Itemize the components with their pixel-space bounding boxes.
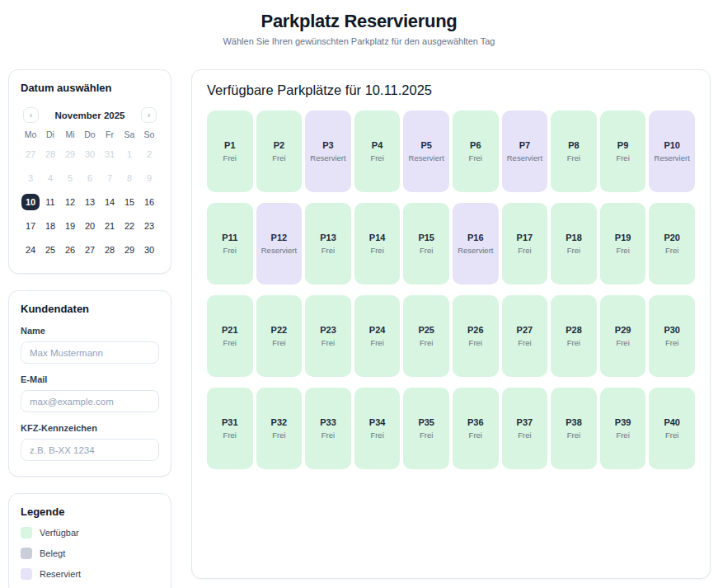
parking-spot-tile[interactable]: P25Frei bbox=[403, 295, 449, 377]
spot-id-label: P13 bbox=[320, 233, 336, 242]
calendar-day-cell[interactable]: 22 bbox=[120, 218, 139, 234]
calendar-day-cell[interactable]: 17 bbox=[21, 218, 40, 234]
parking-spot-tile[interactable]: P9Frei bbox=[600, 111, 646, 192]
calendar-day-cell: 6 bbox=[80, 170, 100, 186]
calendar-weekday-label: Fr bbox=[100, 129, 120, 139]
parking-spot-tile[interactable]: P33Frei bbox=[305, 388, 351, 469]
spot-status-label: Reserviert bbox=[655, 153, 690, 162]
parking-spot-tile[interactable]: P20Frei bbox=[649, 203, 695, 285]
calendar-day-cell[interactable]: 18 bbox=[40, 218, 60, 234]
parking-spot-tile[interactable]: P38Frei bbox=[551, 388, 597, 469]
calendar-day-cell[interactable]: 13 bbox=[80, 194, 100, 210]
spot-id-label: P12 bbox=[271, 233, 288, 242]
spot-status-label: Frei bbox=[469, 430, 482, 440]
parking-spot-tile[interactable]: P40Frei bbox=[649, 388, 695, 469]
calendar-day-cell[interactable]: 11 bbox=[40, 194, 60, 210]
parking-spot-tile[interactable]: P6Frei bbox=[453, 111, 499, 192]
parking-spot-tile[interactable]: P39Frei bbox=[600, 388, 646, 469]
parking-spot-tile[interactable]: P26Frei bbox=[453, 295, 499, 377]
parking-spot-tile[interactable]: P24Frei bbox=[354, 295, 401, 377]
parking-spot-tile[interactable]: P23Frei bbox=[305, 295, 351, 377]
legend-color-swatch bbox=[21, 527, 32, 539]
legend-item-label: Belegt bbox=[40, 548, 65, 558]
calendar-day-cell[interactable]: 16 bbox=[139, 194, 159, 210]
spot-id-label: P28 bbox=[565, 325, 582, 335]
calendar-day-cell: 31 bbox=[100, 146, 120, 162]
parking-spot-tile: P7Reserviert bbox=[502, 111, 548, 192]
calendar-weekday-label: Do bbox=[80, 129, 100, 139]
parking-spot-tile[interactable]: P18Frei bbox=[551, 203, 597, 285]
parking-spot-tile[interactable]: P2Frei bbox=[256, 111, 303, 192]
calendar-day-cell[interactable]: 29 bbox=[120, 242, 139, 258]
spot-id-label: P34 bbox=[369, 417, 386, 427]
calendar-day-cell: 28 bbox=[40, 146, 60, 162]
spot-status-label: Frei bbox=[370, 153, 383, 162]
calendar-day-cell: 27 bbox=[21, 146, 40, 162]
parking-spot-tile[interactable]: P35Frei bbox=[403, 388, 449, 469]
spot-status-label: Frei bbox=[469, 153, 482, 162]
calendar-day-cell[interactable]: 20 bbox=[80, 218, 100, 234]
calendar-day-cell[interactable]: 14 bbox=[100, 194, 120, 210]
parking-spot-tile[interactable]: P31Frei bbox=[207, 388, 253, 469]
calendar-day-cell[interactable]: 10 bbox=[21, 194, 40, 210]
spot-id-label: P5 bbox=[420, 140, 431, 150]
parking-spot-tile[interactable]: P27Frei bbox=[502, 295, 548, 377]
spot-status-label: Frei bbox=[567, 153, 580, 162]
parking-spot-tile[interactable]: P1Frei bbox=[207, 111, 253, 192]
calendar-month-label: November 2025 bbox=[54, 111, 124, 120]
parking-spot-tile[interactable]: P30Frei bbox=[649, 295, 695, 377]
calendar-day-cell[interactable]: 23 bbox=[139, 218, 159, 234]
legend-card-title: Legende bbox=[21, 506, 159, 518]
spot-status-label: Frei bbox=[420, 246, 433, 255]
calendar-weekday-label: Mi bbox=[60, 129, 80, 139]
date-picker-title: Datum auswählen bbox=[21, 82, 159, 94]
name-input[interactable] bbox=[21, 341, 159, 364]
calendar-day-cell: 4 bbox=[40, 170, 60, 186]
calendar-day-cell[interactable]: 19 bbox=[60, 218, 80, 234]
parking-spot-tile[interactable]: P21Frei bbox=[207, 295, 253, 377]
spot-status-label: Frei bbox=[665, 338, 678, 347]
calendar-day-cell[interactable]: 21 bbox=[100, 218, 120, 234]
legend-item-label: Reserviert bbox=[40, 569, 81, 579]
spot-status-label: Frei bbox=[567, 430, 580, 440]
parking-spot-tile[interactable]: P15Frei bbox=[403, 203, 449, 285]
calendar-day-cell[interactable]: 26 bbox=[60, 242, 80, 258]
parking-spot-tile[interactable]: P29Frei bbox=[600, 295, 646, 377]
parking-spot-tile[interactable]: P8Frei bbox=[551, 111, 597, 192]
parking-spot-tile[interactable]: P19Frei bbox=[600, 203, 646, 285]
parking-spot-tile: P16Reserviert bbox=[453, 203, 499, 285]
parking-spot-tile[interactable]: P32Frei bbox=[256, 388, 303, 469]
calendar-day-cell[interactable]: 28 bbox=[100, 242, 120, 258]
main-layout: Datum auswählen ‹ November 2025 › MoDiMi… bbox=[0, 69, 718, 588]
spot-id-label: P9 bbox=[617, 140, 628, 150]
calendar-day-cell[interactable]: 27 bbox=[80, 242, 100, 258]
parking-spot-tile[interactable]: P17Frei bbox=[502, 203, 548, 285]
spot-status-label: Frei bbox=[616, 153, 629, 162]
parking-spot-tile: P12Reserviert bbox=[256, 203, 303, 285]
spot-status-label: Reserviert bbox=[507, 153, 542, 162]
email-input[interactable] bbox=[21, 390, 159, 412]
calendar-day-cell[interactable]: 24 bbox=[21, 242, 40, 258]
parking-spot-tile[interactable]: P34Frei bbox=[354, 388, 401, 469]
calendar-weekday-label: Mo bbox=[21, 129, 40, 139]
spot-status-label: Frei bbox=[370, 246, 383, 255]
kfz-kennzeichen-input[interactable] bbox=[21, 439, 159, 461]
spot-id-label: P30 bbox=[664, 325, 680, 335]
parking-spot-tile[interactable]: P36Frei bbox=[453, 388, 499, 469]
spot-status-label: Reserviert bbox=[310, 153, 345, 162]
calendar-day-cell[interactable]: 12 bbox=[60, 194, 80, 210]
calendar-day-cell[interactable]: 30 bbox=[139, 242, 159, 258]
calendar-day-cell[interactable]: 25 bbox=[40, 242, 60, 258]
parking-spot-tile[interactable]: P11Frei bbox=[207, 203, 253, 285]
parking-spot-tile[interactable]: P37Frei bbox=[502, 388, 548, 469]
parking-spot-tile[interactable]: P13Frei bbox=[305, 203, 351, 285]
spot-id-label: P37 bbox=[517, 417, 533, 427]
parking-spot-tile[interactable]: P4Frei bbox=[354, 111, 401, 192]
spot-id-label: P1 bbox=[224, 140, 235, 150]
prev-month-button[interactable]: ‹ bbox=[23, 107, 39, 123]
next-month-button[interactable]: › bbox=[141, 107, 157, 123]
parking-spot-tile[interactable]: P28Frei bbox=[551, 295, 597, 377]
parking-spot-tile[interactable]: P14Frei bbox=[354, 203, 401, 285]
parking-spot-tile[interactable]: P22Frei bbox=[256, 295, 303, 377]
calendar-day-cell[interactable]: 15 bbox=[120, 194, 139, 210]
